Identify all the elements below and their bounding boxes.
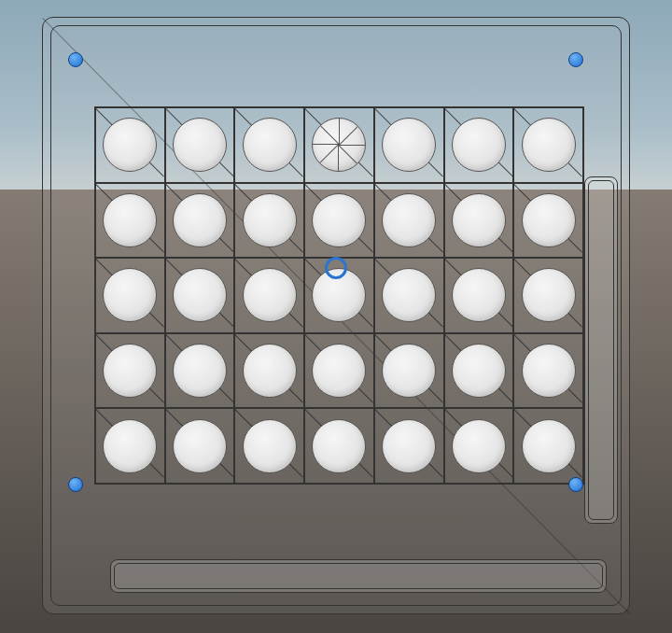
- disc[interactable]: [522, 118, 576, 172]
- grid-cell[interactable]: [234, 258, 304, 333]
- unity-scene-view[interactable]: [0, 0, 672, 633]
- disc[interactable]: [382, 268, 436, 322]
- disc[interactable]: [243, 193, 297, 247]
- disc[interactable]: [522, 193, 576, 247]
- grid-cell[interactable]: [165, 333, 235, 409]
- grid-cell[interactable]: [95, 183, 165, 259]
- disc[interactable]: [103, 419, 157, 473]
- grid-cell[interactable]: [165, 183, 235, 259]
- grid-panel: [94, 106, 584, 485]
- disc[interactable]: [243, 419, 297, 473]
- disc[interactable]: [522, 268, 576, 322]
- grid-cell[interactable]: [513, 258, 583, 333]
- grid-cell[interactable]: [95, 408, 165, 484]
- grid-cell[interactable]: [304, 183, 374, 259]
- disc[interactable]: [103, 118, 157, 172]
- grid-cell[interactable]: [374, 107, 444, 183]
- disc[interactable]: [173, 118, 227, 172]
- pivot-gizmo-icon[interactable]: [325, 257, 347, 279]
- wedge-line: [339, 119, 340, 145]
- grid-cell[interactable]: [513, 408, 583, 484]
- disc[interactable]: [312, 344, 366, 398]
- disc[interactable]: [522, 419, 576, 473]
- pin-top-left[interactable]: [68, 52, 83, 67]
- grid-cell[interactable]: [444, 408, 514, 484]
- grid-cell[interactable]: [165, 408, 235, 484]
- wedge-line: [339, 145, 365, 146]
- grid-cell[interactable]: [374, 333, 444, 409]
- disc[interactable]: [243, 268, 297, 322]
- grid-cell[interactable]: [374, 408, 444, 484]
- grid-cell[interactable]: [95, 258, 165, 333]
- grid-cell[interactable]: [234, 333, 304, 409]
- grid-cell[interactable]: [374, 183, 444, 259]
- grid-cell[interactable]: [444, 333, 514, 409]
- grid-cell[interactable]: [513, 107, 583, 183]
- grid-cell[interactable]: [234, 183, 304, 259]
- tray-bottom[interactable]: [110, 559, 607, 593]
- disc[interactable]: [312, 193, 366, 247]
- grid-cell[interactable]: [513, 183, 583, 259]
- grid-cell[interactable]: [444, 183, 514, 259]
- disc[interactable]: [452, 193, 506, 247]
- disc[interactable]: [452, 118, 506, 172]
- grid-cell[interactable]: [234, 408, 304, 484]
- pin-top-right[interactable]: [568, 52, 583, 67]
- wedge-line: [339, 126, 358, 146]
- pin-bottom-left[interactable]: [68, 477, 83, 492]
- grid-cell[interactable]: [513, 333, 583, 409]
- grid-cell[interactable]: [165, 258, 235, 333]
- disc[interactable]: [382, 344, 436, 398]
- grid-cell[interactable]: [304, 333, 374, 409]
- disc[interactable]: [522, 344, 576, 398]
- grid-cell[interactable]: [444, 258, 514, 333]
- disc[interactable]: [103, 193, 157, 247]
- wedge-line: [320, 145, 340, 164]
- disc[interactable]: [103, 344, 157, 398]
- grid-cell[interactable]: [444, 107, 514, 183]
- grid-cell[interactable]: [95, 333, 165, 409]
- disc[interactable]: [382, 193, 436, 247]
- wedge-line: [321, 126, 341, 146]
- disc[interactable]: [452, 268, 506, 322]
- grid-cell[interactable]: [374, 258, 444, 333]
- wedge-line: [339, 145, 358, 164]
- disc[interactable]: [173, 344, 227, 398]
- disc[interactable]: [452, 344, 506, 398]
- tray-right[interactable]: [584, 176, 618, 524]
- disc[interactable]: [243, 344, 297, 398]
- disc[interactable]: [173, 193, 227, 247]
- disc[interactable]: [312, 419, 366, 473]
- disc[interactable]: [173, 268, 227, 322]
- grid-cell[interactable]: [304, 107, 374, 183]
- game-board[interactable]: [42, 17, 630, 614]
- disc[interactable]: [382, 118, 436, 172]
- grid-cell[interactable]: [165, 107, 235, 183]
- grid-cell[interactable]: [234, 107, 304, 183]
- disc[interactable]: [243, 118, 297, 172]
- grid-cell[interactable]: [304, 408, 374, 484]
- grid-cell[interactable]: [95, 107, 165, 183]
- disc-segmented[interactable]: [312, 118, 366, 172]
- disc[interactable]: [103, 268, 157, 322]
- pin-bottom-right[interactable]: [568, 477, 583, 492]
- disc[interactable]: [382, 419, 436, 473]
- wedge-line: [313, 144, 339, 145]
- disc[interactable]: [452, 419, 506, 473]
- disc[interactable]: [173, 419, 227, 473]
- wedge-line: [338, 145, 339, 171]
